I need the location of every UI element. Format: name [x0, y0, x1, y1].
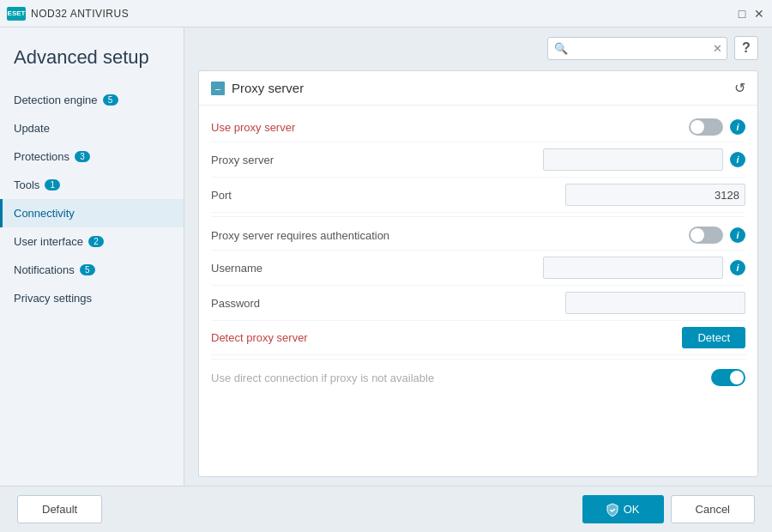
badge-detection-engine: 5: [103, 94, 118, 106]
search-clear-icon[interactable]: ✕: [713, 42, 722, 55]
default-button[interactable]: Default: [17, 495, 102, 523]
page-title: Advanced setup: [0, 36, 184, 86]
search-bar: 🔍 ✕ ?: [198, 36, 758, 60]
toggle-proxy-auth[interactable]: [689, 227, 723, 244]
sidebar-item-notifications[interactable]: Notifications 5: [0, 256, 184, 284]
label-port: Port: [211, 189, 565, 202]
sidebar-label-detection-engine: Detection engine: [14, 94, 98, 106]
detect-button[interactable]: Detect: [682, 327, 745, 348]
row-use-proxy-server: Use proxy server i: [211, 112, 745, 142]
divider-1: [211, 216, 745, 217]
toggle-use-proxy-server[interactable]: [689, 118, 723, 136]
row-detect-proxy: Detect proxy server Detect: [211, 321, 745, 355]
close-button[interactable]: ✕: [753, 8, 765, 20]
ok-button[interactable]: OK: [582, 495, 664, 523]
row-password: Password: [211, 286, 745, 321]
titlebar: ESET NOD32 ANTIVIRUS □ ✕: [0, 0, 772, 27]
sidebar-label-update: Update: [14, 122, 50, 135]
sidebar-label-privacy-settings: Privacy settings: [14, 292, 92, 305]
info-username[interactable]: i: [730, 260, 745, 275]
right-panel: 🔍 ✕ ? – Proxy server ↺ Use proxy server: [184, 27, 772, 486]
content-card: – Proxy server ↺ Use proxy server i: [198, 70, 758, 477]
label-use-proxy-server: Use proxy server: [211, 121, 689, 134]
sidebar-item-protections[interactable]: Protections 3: [0, 142, 184, 171]
card-title: Proxy server: [232, 81, 304, 95]
ok-label: OK: [624, 503, 640, 516]
control-use-proxy-server: i: [689, 118, 745, 136]
titlebar-left: ESET NOD32 ANTIVIRUS: [7, 7, 129, 21]
search-input[interactable]: [547, 37, 727, 60]
label-proxy-server: Proxy server: [211, 154, 543, 166]
control-port: [565, 184, 745, 206]
input-password[interactable]: [565, 292, 745, 314]
bottom-right: OK Cancel: [582, 495, 755, 523]
minimize-button[interactable]: □: [736, 8, 748, 20]
divider-2: [211, 359, 745, 360]
search-icon: 🔍: [554, 42, 568, 55]
badge-notifications: 5: [80, 264, 95, 275]
settings-body: Use proxy server i Proxy server i: [199, 106, 757, 399]
toggle-knob-use-proxy: [691, 120, 704, 134]
row-proxy-server: Proxy server i: [211, 142, 745, 178]
sidebar-label-notifications: Notifications: [14, 263, 75, 276]
sidebar-item-privacy-settings[interactable]: Privacy settings: [0, 284, 184, 312]
info-proxy-server[interactable]: i: [730, 152, 745, 167]
sidebar-item-user-interface[interactable]: User interface 2: [0, 227, 184, 256]
sidebar-item-detection-engine[interactable]: Detection engine 5: [0, 86, 184, 114]
sidebar-label-connectivity: Connectivity: [14, 207, 75, 220]
input-proxy-server[interactable]: [543, 148, 723, 171]
card-header-left: – Proxy server: [211, 81, 304, 95]
card-header: – Proxy server ↺: [199, 71, 757, 106]
row-port: Port: [211, 178, 745, 213]
label-username: Username: [211, 262, 543, 275]
label-direct-connection: Use direct connection if proxy is not av…: [211, 372, 711, 384]
info-proxy-auth[interactable]: i: [730, 227, 745, 243]
toggle-knob-auth: [691, 228, 704, 242]
badge-protections: 3: [75, 151, 90, 162]
sidebar-label-tools: Tools: [14, 178, 39, 191]
label-detect-proxy: Detect proxy server: [211, 331, 682, 344]
app-title: NOD32 ANTIVIRUS: [31, 8, 129, 20]
collapse-icon[interactable]: –: [211, 82, 225, 95]
sidebar-item-connectivity[interactable]: Connectivity: [0, 199, 184, 227]
badge-tools: 1: [45, 179, 60, 190]
toggle-direct-connection[interactable]: [711, 369, 745, 386]
control-detect-proxy: Detect: [682, 327, 745, 348]
sidebar-item-update[interactable]: Update: [0, 114, 184, 142]
control-direct-connection: [711, 369, 745, 386]
toggle-knob-direct: [730, 371, 744, 384]
sidebar-label-user-interface: User interface: [14, 235, 83, 248]
eset-logo: ESET: [7, 7, 26, 21]
row-proxy-auth: Proxy server requires authentication i: [211, 221, 745, 251]
help-button[interactable]: ?: [734, 36, 758, 60]
row-username: Username i: [211, 251, 745, 286]
shield-icon: [606, 503, 618, 517]
cancel-button[interactable]: Cancel: [671, 495, 755, 523]
bottom-bar: Default OK Cancel: [0, 486, 772, 532]
titlebar-controls: □ ✕: [736, 8, 765, 20]
input-username[interactable]: [543, 257, 723, 279]
input-port[interactable]: [565, 184, 745, 206]
sidebar-item-tools[interactable]: Tools 1: [0, 171, 184, 199]
reset-button[interactable]: ↺: [734, 80, 745, 96]
search-wrapper: 🔍 ✕: [547, 37, 727, 60]
row-direct-connection: Use direct connection if proxy is not av…: [211, 363, 745, 392]
main-content: Advanced setup Detection engine 5 Update…: [0, 27, 772, 486]
sidebar-label-protections: Protections: [14, 150, 69, 163]
label-proxy-auth: Proxy server requires authentication: [211, 229, 689, 242]
badge-user-interface: 2: [88, 236, 104, 247]
control-password: [565, 292, 745, 314]
info-use-proxy-server[interactable]: i: [730, 119, 745, 135]
control-username: i: [543, 257, 745, 279]
label-password: Password: [211, 297, 565, 310]
control-proxy-server: i: [543, 148, 745, 171]
sidebar: Advanced setup Detection engine 5 Update…: [0, 27, 184, 486]
control-proxy-auth: i: [689, 227, 745, 244]
